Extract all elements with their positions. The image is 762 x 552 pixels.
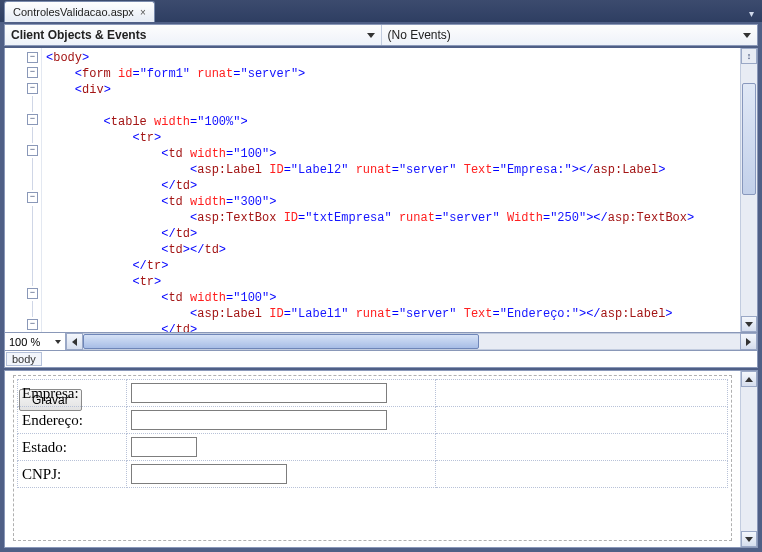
fold-toggle (5, 206, 41, 222)
code-line[interactable]: <tr> (46, 130, 736, 146)
outline-line (32, 238, 33, 254)
scroll-left-button[interactable] (66, 333, 83, 350)
field-label-cell: Estado: (18, 434, 127, 461)
object-dropdown-text: Client Objects & Events (11, 28, 367, 42)
scroll-track[interactable] (83, 333, 740, 350)
outline-line (32, 158, 33, 174)
fold-toggle[interactable]: − (5, 65, 41, 80)
code-line[interactable]: <asp:Label ID="Label1" runat="server" Te… (46, 306, 736, 322)
code-text-area[interactable]: <body> <form id="form1" runat="server"> … (42, 48, 740, 332)
zoom-value: 100 % (9, 336, 40, 348)
code-line[interactable]: <td width="100"> (46, 146, 736, 162)
fold-toggle[interactable]: − (5, 286, 41, 301)
table-row: Empresa: (18, 380, 728, 407)
design-surface[interactable]: Empresa:Endereço:Estado:CNPJ: Gravar (5, 371, 740, 547)
tag-breadcrumb: body (4, 351, 758, 368)
code-line[interactable]: <table width="100%"> (46, 114, 736, 130)
scroll-right-button[interactable] (740, 333, 757, 350)
vertical-scrollbar[interactable] (740, 48, 757, 332)
scroll-down-button[interactable] (741, 316, 757, 332)
fold-toggle (5, 96, 41, 112)
code-editor: ↕ −−−−−−−− <body> <form id="form1" runat… (4, 48, 758, 333)
fold-toggle[interactable]: − (5, 81, 41, 96)
code-line[interactable]: <div> (46, 82, 736, 98)
fold-toggle[interactable]: − (5, 50, 41, 65)
minus-icon: − (27, 83, 38, 94)
text-input[interactable] (131, 464, 287, 484)
fold-toggle (5, 174, 41, 190)
event-dropdown[interactable]: (No Events) (382, 25, 758, 45)
object-dropdown[interactable]: Client Objects & Events (5, 25, 382, 45)
fold-toggle[interactable]: − (5, 143, 41, 158)
vertical-scrollbar[interactable] (740, 371, 757, 547)
fold-toggle[interactable]: − (5, 317, 41, 332)
zoom-selector[interactable]: 100 % (5, 333, 66, 350)
navigation-bar: Client Objects & Events (No Events) (4, 24, 758, 46)
chevron-down-icon (745, 322, 753, 327)
fold-toggle (5, 254, 41, 270)
editor-footer: 100 % (4, 333, 758, 351)
horizontal-scrollbar[interactable] (66, 333, 757, 350)
code-line[interactable] (46, 98, 736, 114)
breadcrumb-item[interactable]: body (6, 352, 42, 366)
scroll-thumb[interactable] (83, 334, 479, 349)
outline-line (32, 127, 33, 143)
fold-toggle (5, 270, 41, 286)
close-icon[interactable]: × (140, 7, 146, 18)
scroll-track[interactable] (741, 63, 757, 317)
scroll-up-button[interactable] (741, 371, 757, 387)
outline-line (32, 301, 33, 317)
text-input[interactable] (131, 410, 387, 430)
scroll-down-button[interactable] (741, 531, 757, 547)
fold-toggle[interactable]: − (5, 190, 41, 205)
text-input[interactable] (131, 383, 387, 403)
chevron-down-icon (745, 537, 753, 542)
minus-icon: − (27, 114, 38, 125)
code-line[interactable]: <form id="form1" runat="server"> (46, 66, 736, 82)
spacer-cell (436, 434, 728, 461)
minus-icon: − (27, 67, 38, 78)
text-input[interactable] (131, 437, 197, 457)
code-line[interactable]: <td></td> (46, 242, 736, 258)
code-line[interactable]: </td> (46, 226, 736, 242)
field-input-cell (127, 434, 436, 461)
fold-toggle[interactable]: − (5, 112, 41, 127)
code-line[interactable]: <body> (46, 50, 736, 66)
tab-overflow-button[interactable]: ▾ (749, 8, 758, 22)
field-label-cell: Empresa: (18, 380, 127, 407)
chevron-down-icon (367, 33, 375, 38)
split-icon[interactable]: ↕ (741, 48, 757, 64)
field-input-cell (127, 407, 436, 434)
outline-line (32, 270, 33, 286)
code-line[interactable]: </td> (46, 178, 736, 194)
field-label: Estado: (22, 439, 67, 455)
outline-gutter[interactable]: −−−−−−−− (5, 48, 42, 332)
table-row: Estado: (18, 434, 728, 461)
code-line[interactable]: <tr> (46, 274, 736, 290)
document-tab[interactable]: ControlesValidacao.aspx × (4, 1, 155, 22)
code-line[interactable]: <td width="100"> (46, 290, 736, 306)
outline-line (32, 174, 33, 190)
outline-line (32, 222, 33, 238)
fold-toggle (5, 238, 41, 254)
chevron-up-icon (745, 377, 753, 382)
minus-icon: − (27, 192, 38, 203)
tab-title: ControlesValidacao.aspx (13, 6, 134, 18)
code-line[interactable]: <asp:Label ID="Label2" runat="server" Te… (46, 162, 736, 178)
event-dropdown-text: (No Events) (388, 28, 744, 42)
fold-toggle (5, 222, 41, 238)
code-line[interactable]: <td width="300"> (46, 194, 736, 210)
scroll-thumb[interactable] (742, 83, 756, 195)
code-line[interactable]: </tr> (46, 258, 736, 274)
code-line[interactable]: </td> (46, 322, 736, 332)
table-row: Endereço: (18, 407, 728, 434)
minus-icon: − (27, 288, 38, 299)
fold-toggle (5, 127, 41, 143)
tab-strip: ControlesValidacao.aspx × ▾ (0, 0, 762, 22)
chevron-right-icon (746, 338, 751, 346)
field-label-cell: Endereço: (18, 407, 127, 434)
outline-line (32, 96, 33, 112)
form-table: Empresa:Endereço:Estado:CNPJ: (17, 379, 728, 488)
code-line[interactable]: <asp:TextBox ID="txtEmpresa" runat="serv… (46, 210, 736, 226)
table-row: CNPJ: (18, 461, 728, 488)
